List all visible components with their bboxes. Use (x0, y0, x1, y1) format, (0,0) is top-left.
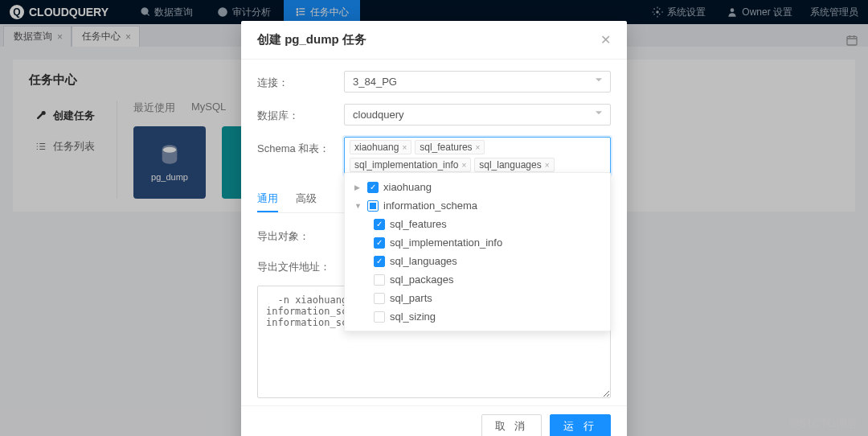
tag-remove-icon[interactable]: × (461, 161, 466, 170)
cancel-button[interactable]: 取 消 (481, 414, 542, 436)
tree-node-sql-languages[interactable]: sql_languages (348, 252, 607, 270)
tree-node-sql-parts[interactable]: sql_parts (348, 289, 607, 307)
modal-close-icon[interactable]: ✕ (600, 32, 611, 47)
modal-title: 创建 pg_dump 任务 (257, 32, 366, 47)
modal-mask: 创建 pg_dump 任务 ✕ 连接： 3_84_PG 数据库： cloudqu… (0, 0, 868, 436)
tree-node-sql-sizing[interactable]: sql_sizing (348, 307, 607, 326)
select-connection[interactable]: 3_84_PG (344, 71, 611, 93)
tag-sql-languages: sql_languages× (474, 158, 554, 172)
checkbox[interactable] (367, 182, 379, 193)
label-database: 数据库： (257, 104, 344, 123)
schema-tree-dropdown: ▶ xiaohuang ▼ information_schema sql_fea… (344, 172, 611, 331)
label-export-object: 导出对象： (257, 224, 344, 244)
tag-sql-impl-info: sql_implementation_info× (350, 158, 471, 172)
modal-create-pgdump: 创建 pg_dump 任务 ✕ 连接： 3_84_PG 数据库： cloudqu… (241, 21, 627, 436)
tag-remove-icon[interactable]: × (476, 143, 481, 152)
tag-remove-icon[interactable]: × (545, 161, 550, 170)
label-export-path: 导出文件地址： (257, 255, 344, 274)
caret-right-icon[interactable]: ▶ (354, 183, 362, 191)
checkbox-indeterminate[interactable] (367, 200, 379, 212)
tab-advanced[interactable]: 高级 (296, 187, 317, 212)
label-schema: Schema 和表： (257, 137, 344, 156)
tree-node-sql-features[interactable]: sql_features (348, 215, 607, 233)
tag-sql-features: sql_features× (415, 140, 485, 154)
select-database[interactable]: cloudquery (344, 104, 611, 125)
checkbox[interactable] (374, 256, 385, 267)
tag-remove-icon[interactable]: × (402, 143, 407, 152)
watermark: @51CTO博客 (788, 417, 858, 431)
checkbox[interactable] (374, 311, 385, 323)
schema-tag-input[interactable]: xiaohuang× sql_features× sql_implementat… (344, 137, 611, 175)
tree-node-sql-packages[interactable]: sql_packages (348, 270, 607, 289)
tree-node-sql-impl-info[interactable]: sql_implementation_info (348, 233, 607, 252)
checkbox[interactable] (374, 237, 385, 249)
label-connection: 连接： (257, 71, 344, 90)
tree-node-xiaohuang[interactable]: ▶ xiaohuang (348, 178, 607, 196)
checkbox[interactable] (374, 274, 385, 286)
run-button[interactable]: 运 行 (550, 414, 611, 436)
modal-footer: 取 消 运 行 (241, 405, 627, 436)
checkbox[interactable] (374, 219, 385, 230)
checkbox[interactable] (374, 293, 385, 304)
caret-down-icon[interactable]: ▼ (354, 202, 362, 210)
tab-general[interactable]: 通用 (257, 187, 278, 212)
tree-node-information-schema[interactable]: ▼ information_schema (348, 196, 607, 215)
tag-xiaohuang: xiaohuang× (350, 140, 411, 154)
